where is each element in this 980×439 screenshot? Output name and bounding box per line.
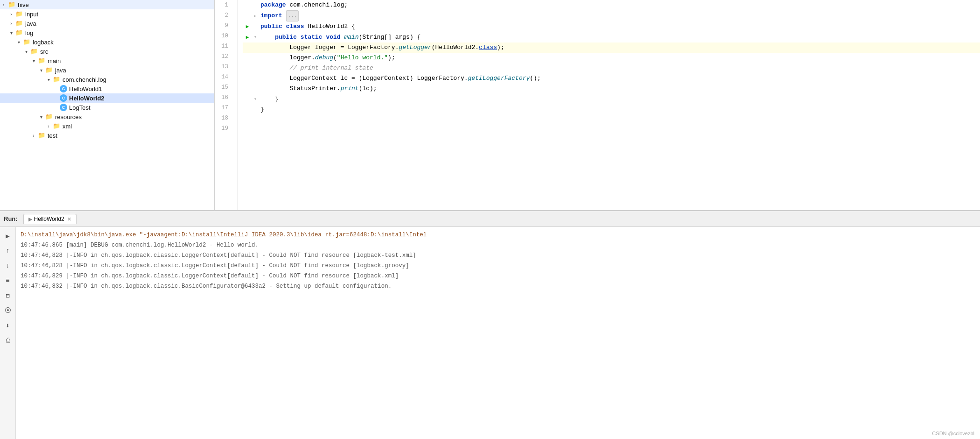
tree-label: hive bbox=[18, 1, 29, 8]
tree-label: com.chenchi.log bbox=[63, 76, 106, 83]
tree-arrow: › bbox=[7, 21, 15, 26]
code-token: "Hello world." bbox=[337, 53, 388, 63]
line-number: 13 bbox=[215, 62, 232, 72]
tree-label: test bbox=[48, 132, 57, 139]
code-token: } bbox=[260, 105, 264, 115]
run-gutter-arrow[interactable]: ▶ bbox=[246, 32, 249, 42]
code-token: print bbox=[341, 84, 359, 94]
code-token: void bbox=[326, 32, 340, 42]
code-token[interactable]: class bbox=[479, 42, 497, 53]
tree-item-com.chenchi.log[interactable]: ▾📁com.chenchi.log bbox=[0, 75, 214, 84]
code-line-2: ▸import ... bbox=[243, 10, 980, 21]
output-line: 10:47:46,828 |-INFO in ch.qos.logback.cl… bbox=[21, 250, 975, 261]
code-editor: 12910111213141516171819 package com.chen… bbox=[215, 0, 980, 210]
code-area: 12910111213141516171819 package com.chen… bbox=[215, 0, 980, 210]
tree-item-hive[interactable]: ›📁hive bbox=[0, 0, 214, 9]
line-number: 10 bbox=[215, 31, 232, 41]
output-line: 10:47:46,829 |-INFO in ch.qos.logback.cl… bbox=[21, 271, 975, 281]
code-token bbox=[282, 11, 286, 21]
code-token: getILoggerFactory bbox=[468, 73, 530, 84]
code-line-16: LoggerContext lc = (LoggerContext) Logge… bbox=[243, 73, 980, 84]
java-icon: C bbox=[60, 94, 67, 102]
tree-item-logback[interactable]: ▾📁logback bbox=[0, 37, 214, 47]
tree-item-input[interactable]: ›📁input bbox=[0, 9, 214, 19]
code-token: HelloWorld2 { bbox=[304, 21, 355, 32]
code-token: (); bbox=[530, 73, 540, 84]
wrap-button[interactable]: ≡ bbox=[2, 275, 14, 287]
tree-arrow: ▾ bbox=[15, 40, 22, 45]
tree-arrow: ▾ bbox=[45, 77, 52, 82]
code-token: (String[] args) { bbox=[359, 32, 421, 42]
folder-icon: 📁 bbox=[22, 38, 31, 46]
java-icon: C bbox=[60, 104, 67, 111]
tree-item-main[interactable]: ▾📁main bbox=[0, 56, 214, 65]
file-tree-sidebar: ›📁hive›📁input›📁java▾📁log▾📁logback▾📁src▾📁… bbox=[0, 0, 215, 210]
code-token: static bbox=[301, 32, 322, 42]
snapshot-button[interactable]: ⦿ bbox=[2, 304, 14, 317]
run-panel: Run: ▶ HelloWorld2 ✕ ▶↑↓≡⊟⦿⬇⎙ D:\install… bbox=[0, 210, 980, 439]
code-token bbox=[260, 32, 275, 42]
line-numbers: 12910111213141516171819 bbox=[215, 0, 238, 210]
tree-item-resources[interactable]: ▾📁resources bbox=[0, 112, 214, 121]
scroll-down-button[interactable]: ↓ bbox=[2, 260, 14, 272]
code-line-12: Logger logger = LoggerFactory.getLogger(… bbox=[243, 42, 980, 53]
line-number: 18 bbox=[215, 113, 232, 123]
folder-icon: 📁 bbox=[15, 10, 23, 18]
code-token bbox=[297, 32, 301, 42]
folder-icon: 📁 bbox=[52, 76, 61, 83]
print-button[interactable]: ⎙ bbox=[2, 334, 14, 347]
line-number: 19 bbox=[215, 123, 232, 134]
code-line-19: } bbox=[243, 105, 980, 115]
code-token: StatusPrinter. bbox=[260, 84, 341, 94]
scroll-up-button[interactable]: ↑ bbox=[2, 245, 14, 257]
code-line-1: package com.chenchi.log; bbox=[243, 0, 980, 10]
tree-arrow: ▾ bbox=[30, 58, 37, 64]
folder-icon: 📁 bbox=[30, 48, 38, 55]
code-line-17: StatusPrinter.print(lc); bbox=[243, 84, 980, 94]
tree-arrow: ▾ bbox=[7, 30, 15, 35]
output-line: 10:47:46,828 |-INFO in ch.qos.logback.cl… bbox=[21, 261, 975, 271]
tree-item-HelloWorld2[interactable]: CHelloWorld2 bbox=[0, 93, 214, 103]
fold-arrow-collapsed[interactable]: ▸ bbox=[254, 11, 257, 21]
download-button[interactable]: ⬇ bbox=[2, 319, 14, 332]
run-tab[interactable]: ▶ HelloWorld2 ✕ bbox=[23, 214, 77, 224]
line-number: 9 bbox=[215, 21, 232, 31]
run-gutter-arrow[interactable]: ▶ bbox=[246, 21, 249, 32]
code-content[interactable]: package com.chenchi.log;▸import ...▶publ… bbox=[238, 0, 980, 210]
code-token: public bbox=[260, 21, 282, 32]
tree-item-java2[interactable]: ▾📁java bbox=[0, 65, 214, 75]
java-icon: C bbox=[60, 85, 67, 92]
run-tab-close[interactable]: ✕ bbox=[67, 216, 71, 222]
tree-item-java[interactable]: ›📁java bbox=[0, 19, 214, 28]
tree-item-src[interactable]: ▾📁src bbox=[0, 47, 214, 56]
tree-item-LogTest[interactable]: CLogTest bbox=[0, 103, 214, 112]
tree-label: resources bbox=[55, 113, 82, 120]
fold-arrow[interactable]: ▾ bbox=[254, 32, 257, 42]
run-button[interactable]: ▶ bbox=[2, 230, 14, 242]
tree-label: LogTest bbox=[69, 104, 91, 111]
import-collapsed: ... bbox=[286, 10, 299, 21]
code-token: ); bbox=[497, 42, 504, 53]
tree-item-log[interactable]: ▾📁log bbox=[0, 28, 214, 37]
line-number: 2 bbox=[215, 10, 232, 21]
code-token: import bbox=[260, 11, 282, 21]
code-token: Logger logger = LoggerFactory. bbox=[260, 42, 399, 53]
tree-item-HelloWorld1[interactable]: CHelloWorld1 bbox=[0, 84, 214, 93]
line-number: 15 bbox=[215, 82, 232, 92]
run-tab-name: HelloWorld2 bbox=[34, 216, 64, 222]
tree-label: HelloWorld1 bbox=[69, 85, 102, 92]
code-token: getLogger bbox=[399, 42, 431, 53]
line-number: 12 bbox=[215, 51, 232, 62]
collapse-button[interactable]: ⊟ bbox=[2, 290, 14, 302]
tree-item-test[interactable]: ›📁test bbox=[0, 131, 214, 140]
line-number: 17 bbox=[215, 103, 232, 113]
code-line-11: ▶▾ public static void main(String[] args… bbox=[243, 32, 980, 42]
folder-icon: 📁 bbox=[37, 132, 46, 139]
folder-icon: 📁 bbox=[7, 1, 16, 8]
run-output: D:\install\java\jdk8\bin\java.exe "-java… bbox=[16, 227, 980, 439]
run-label: Run: bbox=[4, 215, 18, 222]
fold-arrow[interactable]: ▾ bbox=[254, 94, 257, 105]
tree-item-xml[interactable]: ›📁xml bbox=[0, 121, 214, 131]
tree-label: HelloWorld2 bbox=[69, 95, 105, 102]
tree-label: src bbox=[40, 48, 48, 55]
